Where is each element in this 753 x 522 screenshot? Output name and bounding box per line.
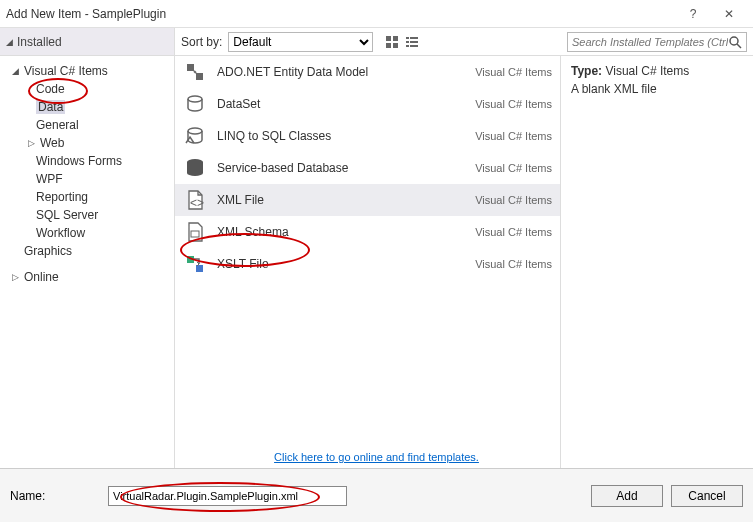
cancel-button[interactable]: Cancel [671,485,743,507]
svg-rect-6 [406,41,409,43]
template-item-dataset[interactable]: DataSet Visual C# Items [175,88,560,120]
svg-rect-5 [410,37,418,39]
svg-rect-20 [187,256,194,263]
template-item-xml-file[interactable]: <> XML File Visual C# Items [175,184,560,216]
template-item-service-db[interactable]: Service-based Database Visual C# Items [175,152,560,184]
tree-item-data[interactable]: Data [10,98,174,116]
sortby-label: Sort by: [181,35,222,49]
dataset-icon [183,92,207,116]
description-text: A blank XML file [571,82,743,96]
list-icon [405,35,419,49]
view-small-icons-button[interactable] [403,33,421,51]
template-item-xml-schema[interactable]: XML Schema Visual C# Items [175,216,560,248]
installed-header[interactable]: ◢ Installed [0,28,175,55]
tree-item-workflow[interactable]: Workflow [10,224,174,242]
search-input[interactable] [572,36,728,48]
svg-point-15 [188,96,202,102]
chevron-right-icon: ▷ [26,138,36,148]
title-bar: Add New Item - SamplePlugin ? ✕ [0,0,753,28]
details-pane: Type: Visual C# Items A blank XML file [561,56,753,468]
svg-point-16 [188,128,202,134]
name-input[interactable] [108,486,347,506]
database-icon [183,156,207,180]
category-tree: ◢ Visual C# Items Code Data General ▷Web… [0,56,175,468]
type-value: Visual C# Items [605,64,689,78]
search-area [561,28,753,55]
top-row: ◢ Installed Sort by: Default [0,28,753,56]
expand-icon: ◢ [6,37,13,47]
svg-line-14 [194,71,196,73]
tree-visual-csharp-items[interactable]: ◢ Visual C# Items [10,62,174,80]
template-item-ado-net[interactable]: ADO.NET Entity Data Model Visual C# Item… [175,56,560,88]
svg-rect-8 [406,45,409,47]
installed-label: Installed [17,35,62,49]
template-item-linq[interactable]: LINQ to SQL Classes Visual C# Items [175,120,560,152]
svg-text:<>: <> [190,196,204,210]
name-label: Name: [10,489,100,503]
grid-icon [385,35,399,49]
tree-item-reporting[interactable]: Reporting [10,188,174,206]
window-title: Add New Item - SamplePlugin [6,7,675,21]
svg-rect-0 [386,36,391,41]
main-area: ◢ Visual C# Items Code Data General ▷Web… [0,56,753,468]
entity-model-icon [183,60,207,84]
search-icon [728,35,742,49]
search-box[interactable] [567,32,747,52]
online-templates-link[interactable]: Click here to go online and find templat… [274,451,479,463]
svg-line-11 [737,44,741,48]
svg-rect-7 [410,41,418,43]
tree-item-windows-forms[interactable]: Windows Forms [10,152,174,170]
tree-item-code[interactable]: Code [10,80,174,98]
tree-item-web[interactable]: ▷Web [10,134,174,152]
svg-rect-12 [187,64,194,71]
xslt-icon [183,252,207,276]
view-medium-icons-button[interactable] [383,33,401,51]
online-templates-link-area: Click here to go online and find templat… [0,450,753,464]
svg-rect-13 [196,73,203,80]
svg-point-10 [730,37,738,45]
linq-icon [183,124,207,148]
chevron-right-icon: ▷ [10,272,20,282]
tree-online[interactable]: ▷Online [10,268,174,286]
help-button[interactable]: ? [675,0,711,28]
tree-item-sql-server[interactable]: SQL Server [10,206,174,224]
svg-rect-4 [406,37,409,39]
close-button[interactable]: ✕ [711,0,747,28]
add-button[interactable]: Add [591,485,663,507]
xml-schema-icon [183,220,207,244]
template-list: ADO.NET Entity Data Model Visual C# Item… [175,56,561,468]
footer: Name: Add Cancel [0,468,753,522]
chevron-down-icon: ◢ [10,66,20,76]
type-label: Type: [571,64,602,78]
template-item-xslt[interactable]: XSLT File Visual C# Items [175,248,560,280]
sort-area: Sort by: Default [175,28,561,55]
xml-file-icon: <> [183,188,207,212]
svg-rect-9 [410,45,418,47]
svg-rect-2 [386,43,391,48]
tree-item-wpf[interactable]: WPF [10,170,174,188]
tree-item-general[interactable]: General [10,116,174,134]
svg-rect-1 [393,36,398,41]
tree-item-graphics[interactable]: Graphics [10,242,174,260]
svg-rect-3 [393,43,398,48]
sort-select[interactable]: Default [228,32,373,52]
